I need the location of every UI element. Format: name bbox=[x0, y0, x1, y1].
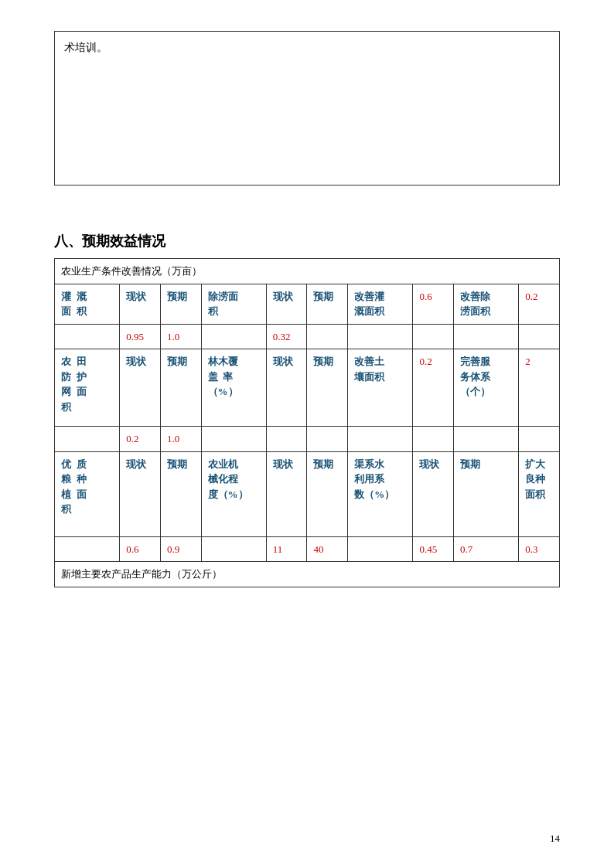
table-header-cell1: 农业生产条件改善情况（万亩） bbox=[55, 259, 560, 284]
cell-service-empty bbox=[454, 427, 519, 452]
label-grain: 优 质粮 种植 面积 bbox=[55, 451, 120, 536]
label-irrigation: 灌 溉面 积 bbox=[55, 284, 120, 324]
value-improved-irrigation: 0.6 bbox=[413, 284, 454, 324]
label-forest-status: 现状 bbox=[266, 349, 307, 427]
label-canal-expect: 预期 bbox=[454, 451, 519, 536]
label-improved-drainage: 改善除涝面积 bbox=[454, 284, 519, 324]
value-grain-expect: 0.9 bbox=[160, 536, 201, 562]
value-irrigation-expect: 1.0 bbox=[160, 324, 201, 349]
table-header-row1: 农业生产条件改善情况（万亩） bbox=[55, 259, 560, 284]
value-forest-expect bbox=[307, 427, 348, 452]
cell-irrigation-label2 bbox=[55, 324, 120, 349]
value-canal-expect: 0.7 bbox=[454, 536, 519, 562]
label-forest-expect: 预期 bbox=[307, 349, 348, 427]
value-grain-current: 0.6 bbox=[120, 536, 161, 562]
value-irrigation-current: 0.95 bbox=[120, 324, 161, 349]
cell-drainage-label2 bbox=[201, 324, 266, 349]
label-status1: 现状 bbox=[120, 284, 161, 324]
table-row-grain-values: 0.6 0.9 11 40 0.45 0.7 0.3 bbox=[55, 536, 560, 562]
label-mech: 农业机械化程度（%） bbox=[201, 451, 266, 536]
cell-grain-empty bbox=[55, 536, 120, 562]
label-improve-service: 完善服务体系（个） bbox=[454, 349, 519, 427]
table-row-farmland: 农 田防 护网 面积 现状 预期 林木覆盖 率（%） 现状 预期 改善土壤面积 … bbox=[55, 349, 560, 427]
cell-soil-val-empty bbox=[413, 427, 454, 452]
label-status2: 现状 bbox=[266, 284, 307, 324]
label-grain-expect: 预期 bbox=[160, 451, 201, 536]
label-expect1: 预期 bbox=[160, 284, 201, 324]
table-row: 灌 溉面 积 现状 预期 除涝面积 现状 预期 改善灌溉面积 0.6 bbox=[55, 284, 560, 324]
cell-empty3 bbox=[454, 324, 519, 349]
label-improved-irrigation: 改善灌溉面积 bbox=[348, 284, 413, 324]
label-grain-status: 现状 bbox=[120, 451, 161, 536]
label-canal: 渠系水利用系数（%） bbox=[348, 451, 413, 536]
label-mech-expect: 预期 bbox=[307, 451, 348, 536]
value-improve-soil: 0.2 bbox=[413, 349, 454, 427]
label-improve-soil: 改善土壤面积 bbox=[348, 349, 413, 427]
label-forest-cover: 林木覆盖 率（%） bbox=[201, 349, 266, 427]
value-canal-current: 0.45 bbox=[413, 536, 454, 562]
main-table: 农业生产条件改善情况（万亩） 灌 溉面 积 现状 预期 除涝面积 现状 预期 bbox=[54, 258, 560, 587]
label-canal-status: 现状 bbox=[413, 451, 454, 536]
cell-empty1 bbox=[348, 324, 413, 349]
value-expand-seed: 0.3 bbox=[519, 536, 560, 562]
cell-soil-empty bbox=[348, 427, 413, 452]
cell-farmland-empty bbox=[55, 427, 120, 452]
value-mech-current: 11 bbox=[266, 536, 307, 562]
cell-mech-empty bbox=[201, 536, 266, 562]
label-farmland-expect: 预期 bbox=[160, 349, 201, 427]
value-drainage-current: 0.32 bbox=[266, 324, 307, 349]
cell-expand-label: 扩大良种面积 bbox=[519, 451, 560, 536]
value-mech-expect: 40 bbox=[307, 536, 348, 562]
label-expect2: 预期 bbox=[307, 284, 348, 324]
top-text-content: 术培训。 bbox=[64, 42, 107, 53]
label-farmland-status: 现状 bbox=[120, 349, 161, 427]
section-heading: 八、预期效益情况 bbox=[54, 232, 560, 250]
value-forest-current bbox=[266, 427, 307, 452]
cell-forest-empty bbox=[201, 427, 266, 452]
value-improved-drainage: 0.2 bbox=[519, 284, 560, 324]
cell-empty4 bbox=[519, 324, 560, 349]
value-improve-service: 2 bbox=[519, 349, 560, 427]
page-number: 14 bbox=[550, 832, 560, 845]
table-header-cell2: 新增主要农产品生产能力（万公斤） bbox=[55, 562, 560, 587]
table-row-farmland-values: 0.2 1.0 bbox=[55, 427, 560, 452]
table-row-grain: 优 质粮 种植 面积 现状 预期 农业机械化程度（%） 现状 预期 渠系水利用系… bbox=[55, 451, 560, 536]
value-drainage-expect bbox=[307, 324, 348, 349]
table-row-irrigation-values: 0.95 1.0 0.32 bbox=[55, 324, 560, 349]
cell-canal-empty bbox=[348, 536, 413, 562]
table-header-row2: 新增主要农产品生产能力（万公斤） bbox=[55, 562, 560, 587]
page: 术培训。 八、预期效益情况 农业生产条件改善情况（万亩） 灌 溉面 积 现状 预… bbox=[0, 0, 614, 868]
value-farmland-expect: 1.0 bbox=[160, 427, 201, 452]
label-mech-status: 现状 bbox=[266, 451, 307, 536]
label-drainage: 除涝面积 bbox=[201, 284, 266, 324]
top-text-box: 术培训。 bbox=[54, 31, 560, 186]
cell-service-val-empty bbox=[519, 427, 560, 452]
value-farmland-current: 0.2 bbox=[120, 427, 161, 452]
cell-empty2 bbox=[413, 324, 454, 349]
label-farmland-net: 农 田防 护网 面积 bbox=[55, 349, 120, 427]
